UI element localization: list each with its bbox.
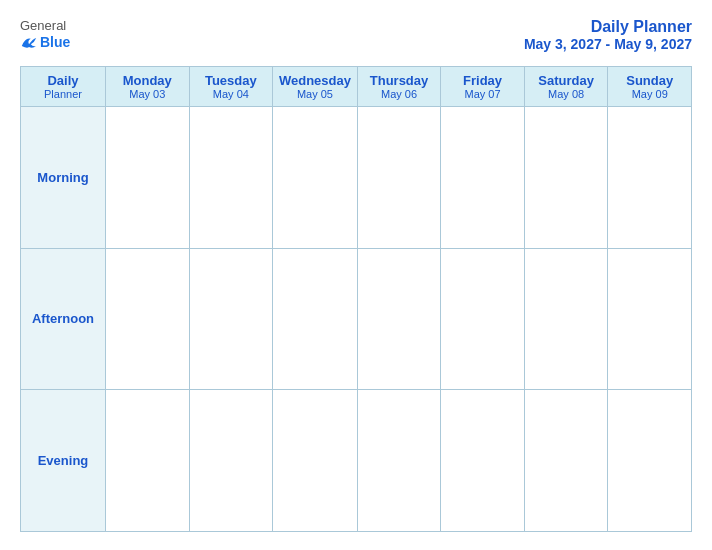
logo-area: General Blue (20, 18, 70, 50)
cell-afternoon-day1[interactable] (189, 248, 273, 390)
header-wednesday: Wednesday May 05 (273, 67, 358, 107)
cell-evening-day0[interactable] (106, 390, 190, 532)
cell-morning-day5[interactable] (524, 107, 608, 249)
friday-date: May 07 (445, 88, 520, 100)
cell-evening-day5[interactable] (524, 390, 608, 532)
saturday-date: May 08 (529, 88, 604, 100)
cell-afternoon-day3[interactable] (357, 248, 441, 390)
table-row: Evening (21, 390, 692, 532)
wednesday-date: May 05 (277, 88, 353, 100)
row-label-evening: Evening (21, 390, 106, 532)
header-tuesday: Tuesday May 04 (189, 67, 273, 107)
thursday-date: May 06 (362, 88, 437, 100)
tuesday-name: Tuesday (194, 73, 269, 88)
planner-body: MorningAfternoonEvening (21, 107, 692, 532)
cell-afternoon-day4[interactable] (441, 248, 525, 390)
cell-afternoon-day6[interactable] (608, 248, 692, 390)
planner-title: Daily Planner (524, 18, 692, 36)
table-row: Afternoon (21, 248, 692, 390)
header-monday: Monday May 03 (106, 67, 190, 107)
header-label-cell: Daily Planner (21, 67, 106, 107)
header-label-line1: Daily (25, 73, 101, 88)
cell-morning-day6[interactable] (608, 107, 692, 249)
row-label-afternoon: Afternoon (21, 248, 106, 390)
wednesday-name: Wednesday (277, 73, 353, 88)
monday-name: Monday (110, 73, 185, 88)
cell-morning-day1[interactable] (189, 107, 273, 249)
header: General Blue Daily Planner May 3, 2027 -… (20, 18, 692, 52)
cell-evening-day4[interactable] (441, 390, 525, 532)
cell-evening-day3[interactable] (357, 390, 441, 532)
header-saturday: Saturday May 08 (524, 67, 608, 107)
planner-table: Daily Planner Monday May 03 Tuesday May … (20, 66, 692, 532)
header-label-line2: Planner (25, 88, 101, 100)
thursday-name: Thursday (362, 73, 437, 88)
cell-morning-day3[interactable] (357, 107, 441, 249)
row-label-morning: Morning (21, 107, 106, 249)
cell-evening-day1[interactable] (189, 390, 273, 532)
cell-evening-day6[interactable] (608, 390, 692, 532)
friday-name: Friday (445, 73, 520, 88)
sunday-date: May 09 (612, 88, 687, 100)
cell-afternoon-day0[interactable] (106, 248, 190, 390)
cell-afternoon-day5[interactable] (524, 248, 608, 390)
table-row: Morning (21, 107, 692, 249)
sunday-name: Sunday (612, 73, 687, 88)
title-area: Daily Planner May 3, 2027 - May 9, 2027 (524, 18, 692, 52)
table-header-row: Daily Planner Monday May 03 Tuesday May … (21, 67, 692, 107)
logo-general-text: General (20, 18, 66, 34)
tuesday-date: May 04 (194, 88, 269, 100)
planner-date-range: May 3, 2027 - May 9, 2027 (524, 36, 692, 52)
header-thursday: Thursday May 06 (357, 67, 441, 107)
saturday-name: Saturday (529, 73, 604, 88)
logo-bird-icon (20, 35, 38, 49)
cell-morning-day2[interactable] (273, 107, 358, 249)
cell-morning-day0[interactable] (106, 107, 190, 249)
cell-evening-day2[interactable] (273, 390, 358, 532)
monday-date: May 03 (110, 88, 185, 100)
cell-morning-day4[interactable] (441, 107, 525, 249)
logo-blue-text: Blue (20, 34, 70, 50)
header-friday: Friday May 07 (441, 67, 525, 107)
header-sunday: Sunday May 09 (608, 67, 692, 107)
cell-afternoon-day2[interactable] (273, 248, 358, 390)
